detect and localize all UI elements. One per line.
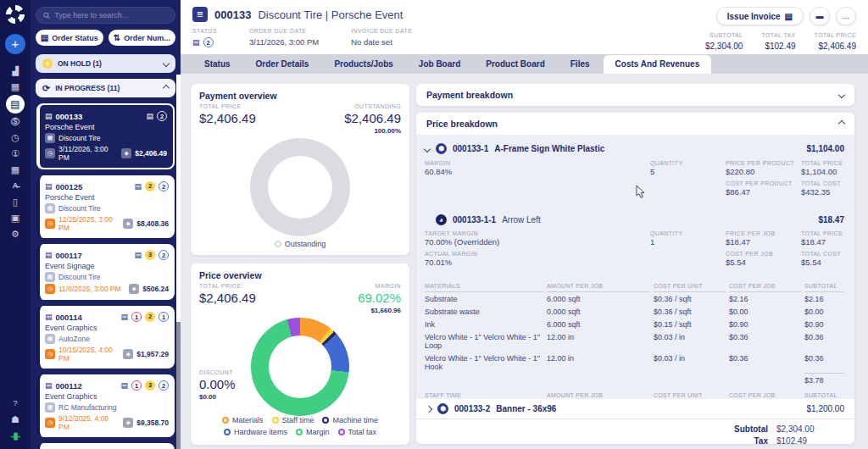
tab-costs-and-revenues[interactable]: Costs And Revenues	[604, 55, 712, 74]
margin-amount: $1,660.96	[358, 307, 401, 314]
app-logo-icon[interactable]	[6, 5, 25, 24]
product-cube-icon: ⬢	[436, 143, 447, 154]
tab-products-jobs[interactable]: Products/Jobs	[322, 55, 404, 74]
total-tax-value: $102.49	[761, 42, 795, 51]
tasks-icon[interactable]: ①	[8, 146, 24, 162]
time-clock-icon[interactable]: ◷	[8, 130, 24, 146]
account-icon[interactable]: ☗	[8, 412, 24, 428]
sales-icon[interactable]: Ⓢ	[8, 114, 24, 130]
inventory-icon[interactable]: ▯	[8, 194, 24, 210]
product-cube-icon: ⬢	[437, 403, 448, 414]
search-input[interactable]	[54, 11, 168, 19]
sort-icon: ⇅	[114, 33, 120, 42]
boards-icon[interactable]: ▦	[8, 162, 24, 178]
settings-gear-icon[interactable]: ⚙	[8, 226, 24, 242]
tab-job-board[interactable]: Job Board	[407, 55, 472, 74]
legend-item-machine-time: Machine time	[322, 416, 378, 424]
chevron-up-icon	[838, 120, 845, 127]
pause-icon: Ⅱ	[42, 58, 53, 69]
status-badge: 2	[157, 111, 167, 121]
order-card-000084[interactable]: ▤000084▤23 ▦ABC Electric ◷9/19/2025, 4:0…	[36, 443, 175, 449]
total-price-label: TOTAL PRICE	[199, 283, 256, 289]
orders-icon[interactable]: ▤	[6, 95, 25, 114]
product-row-000133-2[interactable]: ⬢ 000133-2 Banner - 36x96 $1,200.00	[416, 399, 854, 419]
tab-product-board[interactable]: Product Board	[474, 55, 556, 74]
status-badge: 1	[159, 312, 169, 322]
approvals-icon[interactable]: A̶	[8, 178, 24, 194]
order-number-sort-button[interactable]: ⇅Order Num...	[108, 30, 176, 46]
status-badge: 3	[145, 380, 155, 391]
subtotal-label: Subtotal	[734, 424, 768, 434]
status-badge: 2	[159, 250, 169, 260]
tab-status[interactable]: Status	[192, 55, 242, 74]
product-badge-icon: ▤	[134, 251, 142, 259]
price-breakdown-header[interactable]: Price breakdown	[416, 113, 854, 135]
app-window: + ▟ ▦ ▤ Ⓢ ◷ ① ▦ A̶ ▯ ▣ ⚙ ？ ☗ -▮- ▤Order …	[0, 0, 868, 449]
product-badge-icon: ▤	[120, 381, 128, 390]
legend-item-outstanding: Outstanding	[275, 240, 326, 248]
price-tag-icon: ⬥	[123, 418, 133, 428]
order-card-000117[interactable]: ▤000117▤32 Event Signage ▦Discount Tire …	[36, 244, 175, 300]
connection-status-icon[interactable]: -▮-	[8, 428, 24, 444]
price-tag-icon: ⬥	[129, 284, 139, 294]
invoice-icon: ▤	[785, 12, 793, 21]
order-card-000133[interactable]: ▤000133▤2 Porsche Event ▦Discount Tire ◷…	[36, 103, 175, 169]
more-options-button[interactable]: ...	[836, 7, 856, 25]
tab-files[interactable]: Files	[559, 55, 602, 74]
order-header: ≣ 000133 Discount Tire | Porsche Event S…	[181, 0, 868, 54]
status-badge: 1	[131, 380, 142, 391]
help-icon[interactable]: ？	[8, 396, 24, 412]
tab-bar: Status Order Details Products/Jobs Job B…	[181, 54, 868, 74]
order-card-000114[interactable]: ▤000114▤121 Event Graphics ▦AutoZone ◷10…	[36, 306, 175, 369]
clock-icon: ◷	[45, 418, 55, 428]
sidebar-scrollbar[interactable]	[176, 75, 181, 449]
order-totals: Subtotal$2,304.00 Tax$102.49 Total price…	[416, 419, 854, 444]
scrollbar-thumb[interactable]	[176, 75, 181, 322]
order-id: 000133	[214, 8, 251, 21]
discount-label: DISCOUNT	[199, 369, 236, 375]
tax-label: Tax	[754, 436, 769, 445]
tab-order-details[interactable]: Order Details	[244, 55, 321, 74]
analytics-icon[interactable]: ▟	[8, 63, 24, 79]
credit-card-icon: ▬	[816, 12, 824, 20]
clock-icon: ◷	[45, 284, 55, 294]
product-badge-icon: ▤	[146, 112, 153, 120]
search-icon	[43, 12, 50, 19]
product-row-000133-1[interactable]: ⬢ 000133-1 A-Frame Sign White Plastic $1…	[425, 138, 844, 158]
order-due-label: ORDER DUE DATE	[249, 28, 319, 34]
add-button[interactable]: +	[5, 34, 25, 54]
order-icon: ≣	[192, 7, 208, 22]
total-price-value: $2,406.49	[199, 111, 256, 125]
price-donut-chart	[251, 318, 349, 416]
subtotal-value: $2,304.00	[776, 424, 844, 434]
order-icon: ▤	[45, 381, 53, 390]
section-on-hold[interactable]: Ⅱ ON HOLD (1)	[36, 54, 175, 73]
company-icon: ▦	[45, 334, 55, 344]
notifications-icon[interactable]: ▣	[8, 210, 24, 226]
order-status-filter-button[interactable]: ▤Order Status	[36, 30, 103, 46]
payment-card-button[interactable]: ▬	[810, 7, 830, 25]
order-due-value: 3/11/2026, 3:00 PM	[249, 37, 319, 47]
margin-label: MARGIN	[358, 283, 401, 289]
job-icon: ◕	[436, 214, 447, 225]
issue-invoice-button[interactable]: Issue Invoice▤	[716, 7, 804, 25]
calculator-icon[interactable]: ▦	[8, 79, 24, 95]
order-icon: ▤	[45, 251, 53, 259]
order-card-000112[interactable]: ▤000112▤132 Event Graphics ▦RC Manufactu…	[36, 374, 175, 437]
clock-icon: ◷	[45, 148, 55, 158]
search-bar[interactable]	[36, 7, 175, 24]
order-card-000125[interactable]: ▤000125▤22 Porsche Event ▦Discount Tire …	[36, 175, 175, 238]
discount-block: DISCOUNT 0.00% $0.00	[199, 369, 236, 401]
job-row-000133-1-1[interactable]: ◕ 000133-1-1 Arrow Left $18.47	[425, 208, 844, 229]
price-breakdown-body[interactable]: ⬢ 000133-1 A-Frame Sign White Plastic $1…	[416, 135, 854, 399]
tax-value: $102.49	[776, 436, 844, 445]
page-title: Discount Tire | Porsche Event	[258, 8, 403, 21]
payment-overview-panel: Payment overview TOTAL PRICE$2,406.49 OU…	[191, 84, 409, 255]
section-in-progress[interactable]: ⟳ IN PROGRESS (11)	[36, 79, 175, 97]
payment-breakdown-header[interactable]: Payment breakdown	[416, 84, 854, 106]
payment-donut-chart	[250, 138, 350, 236]
status-badge: 2	[145, 312, 155, 322]
status-badge: 2	[159, 181, 169, 191]
company-icon: ▦	[45, 133, 55, 143]
clock-icon: ◷	[45, 349, 55, 359]
